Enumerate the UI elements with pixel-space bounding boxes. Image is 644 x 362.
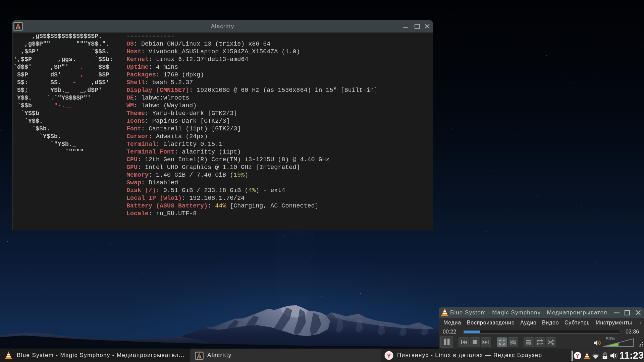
svg-text:Y: Y [576, 353, 580, 359]
svg-text:Y: Y [387, 352, 391, 359]
